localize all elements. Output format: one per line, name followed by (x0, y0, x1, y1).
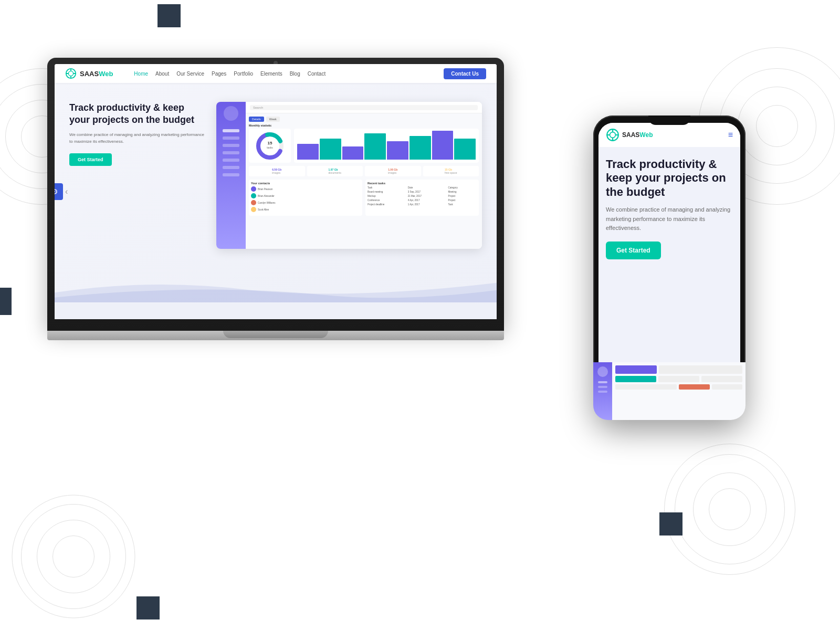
contact-3: Carolyn Williams (251, 200, 360, 205)
dashboard-preview: Search Details Week Monthly statistic (216, 102, 482, 249)
contact-name-2: Brian Alexander (258, 195, 275, 197)
svg-text:15: 15 (268, 141, 272, 145)
nav-service[interactable]: Our Service (176, 71, 204, 77)
nav-pages[interactable]: Pages (212, 71, 226, 77)
decorative-square-3 (659, 512, 682, 536)
phone-mockup: SAASWeb ≡ Track productivity & keep your… (593, 116, 746, 430)
dash-tab-details[interactable]: Details (249, 117, 264, 122)
bar-6 (410, 136, 431, 160)
dash-main: Search Details Week Monthly statistic (246, 102, 482, 249)
laptop-screen: ⚙ ‹ (47, 58, 504, 331)
task-3: Conference 4 Apr, 2017 Project (368, 199, 477, 202)
contact-us-button[interactable]: Contact Us (444, 68, 486, 79)
hero-content: Track productivity & keep your projects … (69, 97, 206, 166)
gear-icon: ⚙ (55, 187, 58, 196)
phone-screen: SAASWeb ≡ Track productivity & keep your… (598, 123, 740, 413)
prev-arrow[interactable]: ‹ (65, 187, 68, 196)
phone-navigation: SAASWeb ≡ (598, 123, 740, 147)
nav-contact[interactable]: Contact (308, 71, 326, 77)
laptop-foot (223, 331, 328, 338)
bar-4 (364, 133, 386, 160)
phone-logo-icon (606, 128, 620, 142)
decorative-square-1 (158, 4, 181, 27)
avatar-4 (251, 207, 256, 212)
task-1: Board meeting 3 Sep, 2017 Meeting (368, 191, 477, 193)
dash-stats-row: 6.59 Gb images 1.97 Gb documents (249, 166, 479, 176)
hero-subtitle: We combine practice of managing and anal… (69, 132, 206, 145)
phone-logo: SAASWeb (606, 128, 653, 142)
monthly-statistic-title: Monthly statistic (249, 124, 479, 127)
dash-tasks: Recent tasks Task Date Category Board me… (365, 180, 479, 216)
phone-get-started-button[interactable]: Get Started (606, 242, 661, 259)
stat-images2: 1.06 Gb images (365, 166, 421, 176)
stat-documents: 1.97 Gb documents (307, 166, 363, 176)
task-4: Project deadline 1 Apr, 2017 Task (368, 203, 477, 206)
dash-table-row: Your contacts Brian Pearson Brian Alexan… (249, 180, 479, 216)
hero-section: Track productivity & keep your projects … (55, 83, 497, 303)
dash-chart-row: 15 tasks (249, 129, 479, 163)
bar-2 (320, 139, 341, 160)
decorative-square-2 (0, 288, 12, 315)
nav-about[interactable]: About (155, 71, 169, 77)
site-navigation: SAASWeb Home About Our Service Pages Por… (55, 64, 497, 83)
dash-tab-week[interactable]: Week (266, 117, 280, 122)
phone-body: SAASWeb ≡ Track productivity & keep your… (593, 116, 746, 420)
dash-donut-area: 15 tasks (249, 129, 291, 163)
settings-button[interactable]: ⚙ (55, 183, 63, 200)
avatar-2 (251, 193, 256, 198)
nav-elements[interactable]: Elements (260, 71, 282, 77)
phone-hero-title: Track productivity & keep your projects … (606, 158, 733, 199)
dash-contacts: Your contacts Brian Pearson Brian Alexan… (249, 180, 362, 216)
chevron-left-icon: ‹ (65, 187, 68, 196)
laptop-mockup: ⚙ ‹ (47, 58, 504, 394)
dash-content: Details Week Monthly statistic (246, 113, 482, 219)
contact-name-3: Carolyn Williams (258, 202, 276, 204)
stat-images: 6.59 Gb images (249, 166, 305, 176)
hero-wave (55, 272, 497, 303)
laptop-display: ⚙ ‹ (55, 64, 497, 319)
svg-text:tasks: tasks (267, 146, 273, 149)
phone-hero-subtitle: We combine practice of managing and anal… (606, 205, 733, 233)
task-header: Task Date Category (368, 186, 477, 189)
bar-5 (387, 141, 408, 160)
logo-brand: SAASWeb (80, 70, 113, 78)
contact-1: Brian Pearson (251, 186, 360, 192)
hamburger-icon[interactable]: ≡ (728, 130, 733, 140)
phone-dash-content (612, 362, 740, 413)
bar-3 (342, 146, 364, 160)
dash-search: Search (250, 105, 478, 110)
nav-home[interactable]: Home (134, 71, 148, 77)
dash-topbar: Search (246, 102, 482, 113)
avatar-3 (251, 200, 256, 205)
donut-chart: 15 tasks (254, 130, 286, 162)
get-started-button[interactable]: Get Started (69, 153, 112, 166)
avatar-1 (251, 186, 256, 192)
hero-title: Track productivity & keep your projects … (69, 102, 206, 127)
contact-4: Scott Allen (251, 207, 360, 212)
dash-sidebar (216, 102, 246, 249)
bar-7 (432, 131, 454, 160)
logo-icon (65, 68, 77, 79)
dash-bar-area (294, 129, 479, 163)
nav-blog[interactable]: Blog (290, 71, 300, 77)
phone-dash-sidebar (598, 362, 612, 413)
site-logo: SAASWeb (65, 68, 113, 79)
nav-portfolio[interactable]: Portfolio (234, 71, 253, 77)
phone-dashboard-bottom (598, 362, 740, 413)
dash-tabs: Details Week (249, 117, 479, 122)
bar-1 (297, 144, 319, 160)
decorative-square-4 (136, 596, 160, 620)
bar-8 (454, 139, 476, 160)
svg-point-12 (610, 132, 616, 138)
contact-name-1: Brian Pearson (258, 188, 273, 191)
phone-notch (648, 116, 690, 125)
phone-hero: Track productivity & keep your projects … (598, 147, 740, 270)
contact-name-4: Scott Allen (258, 208, 269, 211)
task-2: Mockup 21 Mar, 2017 Project (368, 195, 477, 197)
contact-2: Brian Alexander (251, 193, 360, 198)
nav-links: Home About Our Service Pages Portfolio E… (134, 71, 326, 77)
laptop-base (47, 331, 504, 340)
svg-point-1 (68, 71, 73, 76)
stat-free-space: 15 Gb free space (423, 166, 479, 176)
